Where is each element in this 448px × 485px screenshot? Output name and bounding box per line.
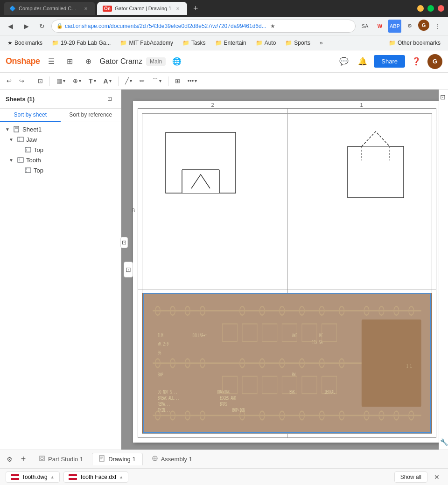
status-file-1[interactable]: Tooth.dwg ▲: [6, 471, 60, 483]
bookmark-fablab[interactable]: 📁 19-20 Fab Lab Ga...: [48, 39, 114, 47]
url-text: cad.onshape.com/documents/2d7543de39efce…: [65, 23, 266, 29]
workspace-settings-button[interactable]: ⚙: [4, 454, 15, 465]
tab-close-drawing[interactable]: ✕: [174, 5, 182, 12]
sheet1-label: Sheet1: [22, 126, 42, 133]
curve-icon: ⌒: [152, 77, 158, 85]
bookmark-sports[interactable]: 📁 Sports: [281, 39, 314, 47]
redo-button[interactable]: ↪: [16, 75, 27, 88]
folder-icon-other: 📁: [389, 40, 396, 46]
address-bar: ◀ ▶ ↻ 🔒 cad.onshape.com/documents/2d7543…: [0, 17, 448, 35]
chat-button[interactable]: 💬: [336, 54, 351, 69]
tree-item-sheet1[interactable]: ▼ Sheet1: [0, 124, 121, 134]
sidebar-collapse-button[interactable]: ⊡: [120, 237, 121, 248]
canvas-left-button[interactable]: ⊡: [124, 262, 133, 277]
sort-by-reference-tab[interactable]: Sort by reference: [61, 109, 121, 122]
assembly-tab-label: Assembly 1: [161, 456, 192, 463]
tree-item-jaw[interactable]: ▼ Jaw: [0, 134, 121, 145]
undo-button[interactable]: ↩: [4, 75, 14, 88]
jaw-top-label: Top: [34, 146, 43, 153]
bookmark-other[interactable]: 📁 Other bookmarks: [385, 39, 444, 47]
flag-icon-2: [69, 474, 77, 480]
more-tools-dropdown[interactable]: ••• ▾: [185, 75, 200, 88]
sidebar-expand-button[interactable]: ⊡: [104, 93, 115, 104]
bookmarks-label: Bookmarks: [14, 40, 42, 46]
tooth-label: Tooth: [26, 157, 41, 164]
bookmark-mit[interactable]: 📁 MIT FabAcademy: [116, 39, 176, 47]
tab-cutting[interactable]: 🔷 Computer-Controlled Cutting... ✕: [4, 2, 95, 15]
annotation-icon: A: [104, 77, 108, 85]
share-button[interactable]: Share: [374, 55, 405, 68]
drawing-canvas[interactable]: 2 1 B B: [121, 90, 448, 450]
bookmark-auto[interactable]: 📁 Auto: [252, 39, 280, 47]
browser-avatar[interactable]: G: [418, 20, 429, 31]
fit-all-button[interactable]: ⊡: [35, 75, 46, 88]
tab-drawing-label: Gator Cramz | Drawing 1: [115, 6, 171, 11]
window-maximize[interactable]: [427, 5, 434, 12]
onshape-logo: Onshape: [6, 56, 40, 66]
pen-icon: ✏: [140, 77, 145, 84]
refresh-button[interactable]: ↻: [35, 20, 49, 33]
file-1-chevron: ▲: [50, 475, 55, 479]
sheet1-toggle[interactable]: ▼: [4, 125, 11, 133]
add-tab-button[interactable]: +: [17, 453, 30, 466]
text-chevron: ▾: [94, 78, 96, 83]
sort-by-sheet-tab[interactable]: Sort by sheet: [0, 109, 61, 122]
document-title: Gator Cramz: [100, 57, 143, 66]
view-dropdown[interactable]: ▦ ▾: [54, 75, 68, 88]
browser-menu[interactable]: ⋮: [431, 20, 444, 33]
tree-item-tooth-top[interactable]: Top: [0, 165, 121, 175]
extensions-button[interactable]: SA: [358, 20, 371, 33]
help-button[interactable]: ❓: [409, 54, 424, 69]
jaw-toggle[interactable]: ▼: [7, 136, 15, 143]
right-panel-button-1[interactable]: ⊡: [440, 93, 448, 101]
bookmark-entertain[interactable]: 📁 Entertain: [211, 39, 250, 47]
tree-item-tooth[interactable]: ▼ Tooth: [0, 155, 121, 165]
bookmarks-folder[interactable]: ★ Bookmarks: [4, 39, 46, 47]
line-dropdown[interactable]: ╱ ▾: [122, 75, 135, 88]
globe-icon-button[interactable]: 🌐: [169, 54, 184, 69]
file-1-name: Tooth.dwg: [22, 474, 48, 480]
text-dropdown[interactable]: T ▾: [86, 75, 99, 88]
tree-item-jaw-top[interactable]: Top: [0, 145, 121, 155]
right-panel-button-2[interactable]: 🔧: [440, 438, 448, 446]
table-button[interactable]: ⊞: [172, 75, 183, 88]
bookmark-fablab-label: 19-20 Fab Lab Ga...: [61, 40, 111, 46]
bookmark-more[interactable]: »: [316, 39, 327, 47]
jaw-view-container: [156, 128, 250, 212]
tab-close-cutting[interactable]: ✕: [82, 5, 90, 12]
window-close[interactable]: [438, 5, 444, 12]
grid-view-button[interactable]: ⊞: [63, 54, 77, 69]
close-status-button[interactable]: ✕: [431, 471, 442, 483]
tab-drawing-active[interactable]: Drawing 1: [92, 453, 143, 465]
bookmark-tasks[interactable]: 📁 Tasks: [179, 39, 210, 47]
status-file-2[interactable]: Tooth Face.dxf ▲: [63, 471, 129, 483]
tooth-toggle[interactable]: ▼: [7, 156, 15, 164]
sheets-sidebar: Sheets (1) ⊡ Sort by sheet Sort by refer…: [0, 90, 121, 450]
tab-drawing[interactable]: On Gator Cramz | Drawing 1 ✕: [97, 2, 187, 15]
window-minimize[interactable]: [417, 5, 424, 12]
profile-btn[interactable]: ⚙: [403, 20, 416, 33]
pen-button[interactable]: ✏: [137, 75, 147, 88]
more-bookmarks-label: »: [320, 40, 323, 46]
url-input[interactable]: 🔒 cad.onshape.com/documents/2d7543de39ef…: [51, 20, 356, 33]
bookmark-btn[interactable]: ABP: [388, 20, 401, 33]
tab-part-studio[interactable]: Part Studio 1: [32, 453, 90, 465]
nav-back-button[interactable]: ◀: [4, 20, 17, 33]
insert-dropdown[interactable]: ⊕ ▾: [70, 75, 84, 88]
assembly-tab-icon: [152, 455, 158, 463]
annotation-dropdown[interactable]: A ▾: [101, 75, 114, 88]
translate-button[interactable]: W: [373, 20, 386, 33]
status-bar: Tooth.dwg ▲ Tooth Face.dxf ▲ Show all ✕: [0, 468, 448, 485]
bookmark-auto-label: Auto: [265, 40, 276, 46]
tab-assembly[interactable]: Assembly 1: [145, 453, 199, 465]
add-element-button[interactable]: ⊕: [81, 54, 96, 69]
show-all-button[interactable]: Show all: [394, 471, 427, 483]
nav-forward-button[interactable]: ▶: [20, 20, 33, 33]
pcb-view[interactable]: ILM WK 2:0 96 DOLLAR+* BNP DO NOT S... B…: [142, 293, 432, 433]
new-tab-button[interactable]: +: [189, 2, 202, 15]
hamburger-menu-button[interactable]: ☰: [44, 54, 59, 69]
tooth-view-container: [338, 128, 418, 207]
curve-dropdown[interactable]: ⌒ ▾: [149, 75, 164, 88]
notifications-button[interactable]: 🔔: [355, 54, 370, 69]
user-avatar[interactable]: G: [427, 54, 442, 69]
